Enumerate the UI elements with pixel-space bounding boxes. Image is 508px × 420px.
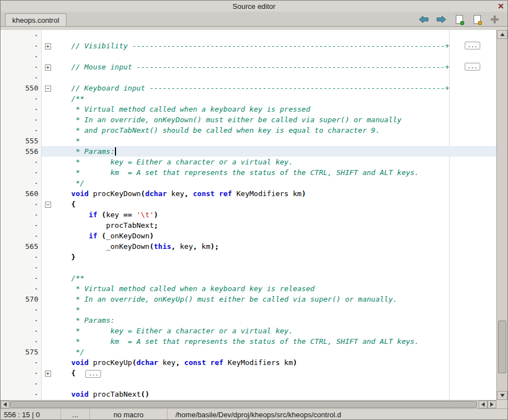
editor-content: ··+ // Visibility ----------------------… <box>1 30 507 400</box>
code-line[interactable]: 565 _onKeyDown(this, key, km); <box>2 241 496 252</box>
code-line[interactable]: · /** <box>2 93 496 104</box>
code-line[interactable]: · * <box>2 304 496 315</box>
document-add-icon[interactable] <box>453 14 465 24</box>
line-number: · <box>2 72 42 83</box>
folded-code-ellipsis[interactable]: ... <box>465 42 480 49</box>
fold-column <box>42 157 54 167</box>
code-text: * key = Either a character or a virtual … <box>54 157 496 167</box>
status-panel-2: ... <box>61 409 89 420</box>
scroll-up-icon[interactable] <box>497 30 507 39</box>
code-line[interactable]: · * key = Either a character or a virtua… <box>2 157 496 167</box>
fold-collapse-icon[interactable]: − <box>45 202 51 208</box>
line-number: 575 <box>2 347 42 357</box>
back-arrow-icon[interactable] <box>418 14 430 24</box>
document-modified-icon[interactable] <box>471 14 483 24</box>
code-line[interactable]: · * km = A set that represents the statu… <box>2 336 496 347</box>
line-number: · <box>2 231 42 241</box>
code-line[interactable]: · * In an override, onKeyDown() must eit… <box>2 114 496 125</box>
code-line[interactable]: · <box>2 378 496 389</box>
code-line[interactable]: 575 */ <box>2 347 496 357</box>
close-icon[interactable]: ✕ <box>497 1 504 11</box>
code-line[interactable]: · <box>2 262 496 273</box>
code-text: } <box>54 252 496 262</box>
fold-column <box>42 378 54 389</box>
code-text <box>54 378 496 389</box>
code-text: /** <box>54 93 496 104</box>
code-line[interactable]: · * km = A set that represents the statu… <box>2 167 496 178</box>
detach-plus-icon[interactable] <box>489 14 501 24</box>
code-line[interactable]: · * and procTabNext() should be called w… <box>2 125 496 136</box>
line-number: · <box>2 336 42 347</box>
code-line[interactable]: ·+ // Mouse input ----------------------… <box>2 62 496 72</box>
code-editor[interactable]: ··+ // Visibility ----------------------… <box>1 30 496 400</box>
code-line[interactable]: 556 * Params: <box>2 146 496 157</box>
code-text: * and procTabNext() should be called whe… <box>54 125 496 136</box>
code-line[interactable]: ·+ {... <box>2 368 496 378</box>
code-text: void procTabNext() <box>54 389 496 399</box>
line-number: · <box>2 41 42 51</box>
code-text <box>54 262 496 273</box>
scroll-right-icon[interactable] <box>487 401 496 408</box>
fold-expand-icon[interactable]: + <box>45 371 51 377</box>
line-number: · <box>2 378 42 389</box>
code-line[interactable]: 570 * In an override, onKeyUp() must eit… <box>2 294 496 304</box>
fold-column: + <box>42 41 54 51</box>
fold-column <box>42 389 54 399</box>
code-line[interactable]: · procTabNext; <box>2 220 496 231</box>
code-line[interactable]: · void procKeyUp(dchar key, const ref Ke… <box>2 357 496 368</box>
fold-column <box>42 114 54 125</box>
code-line[interactable]: · <box>2 30 496 41</box>
fold-collapse-icon[interactable]: − <box>45 86 51 92</box>
line-number: · <box>2 125 42 136</box>
code-line[interactable]: · * Virtual method called when a keyboar… <box>2 283 496 294</box>
caret-position: 556 : 15 | 0 <box>1 409 61 420</box>
code-text: * In an override, onKeyDown() must eithe… <box>54 114 496 125</box>
scroll-left2-icon[interactable] <box>479 401 487 408</box>
code-line[interactable]: · * Params: <box>2 315 496 326</box>
vertical-scroll-thumb[interactable] <box>498 321 506 373</box>
code-line[interactable]: · * key = Either a character or a virtua… <box>2 326 496 336</box>
folded-code-ellipsis[interactable]: ... <box>465 63 480 71</box>
fold-column <box>42 188 54 199</box>
code-text: {... <box>54 368 496 378</box>
line-number: · <box>2 283 42 294</box>
code-line[interactable]: · /** <box>2 273 496 283</box>
code-line[interactable]: · <box>2 51 496 62</box>
source-editor-window: Source editor ✕ kheops.control <box>0 0 508 420</box>
code-line[interactable]: · * Virtual method called when a keyboar… <box>2 104 496 114</box>
code-text: * <box>54 304 496 315</box>
horizontal-scroll-thumb[interactable] <box>10 401 477 408</box>
code-line[interactable]: · void procTabNext() <box>2 389 496 399</box>
code-line[interactable]: 555 * <box>2 136 496 146</box>
fold-column <box>42 357 54 368</box>
code-text <box>54 72 496 83</box>
code-lines: ··+ // Visibility ----------------------… <box>2 30 496 399</box>
horizontal-scrollbar[interactable] <box>1 400 496 408</box>
vertical-scrollbar[interactable] <box>496 30 507 400</box>
code-line[interactable]: · <box>2 72 496 83</box>
fold-expand-icon[interactable]: + <box>45 64 51 71</box>
code-line[interactable]: · */ <box>2 178 496 188</box>
horizontal-scroll-track[interactable] <box>9 401 479 408</box>
scroll-left-icon[interactable] <box>1 401 9 408</box>
code-line[interactable]: · } <box>2 252 496 262</box>
code-line[interactable]: 550− // Keyboard input -----------------… <box>2 83 496 93</box>
titlebar: Source editor ✕ <box>1 1 507 12</box>
code-text: // Keyboard input ----------------------… <box>54 83 496 93</box>
scroll-down-icon[interactable] <box>497 391 507 400</box>
fold-expand-icon[interactable]: + <box>45 43 51 49</box>
code-line[interactable]: ·+ // Visibility -----------------------… <box>2 41 496 51</box>
code-text: void procKeyUp(dchar key, const ref KeyM… <box>54 357 496 368</box>
code-line[interactable]: · if (_onKeyDown) <box>2 231 496 241</box>
scrollbar-corner <box>496 400 507 408</box>
vertical-scroll-track[interactable] <box>497 39 507 391</box>
forward-arrow-icon[interactable] <box>435 14 447 24</box>
code-line[interactable]: 560 void procKeyDown(dchar key, const re… <box>2 188 496 199</box>
code-line[interactable]: · if (key == '\t') <box>2 209 496 220</box>
fold-column <box>42 146 54 157</box>
code-line[interactable]: ·− { <box>2 199 496 209</box>
tab-kheops-control[interactable]: kheops.control <box>5 13 67 26</box>
code-text <box>54 30 496 41</box>
folded-code-ellipsis[interactable]: ... <box>85 370 101 378</box>
fold-column <box>42 51 54 62</box>
